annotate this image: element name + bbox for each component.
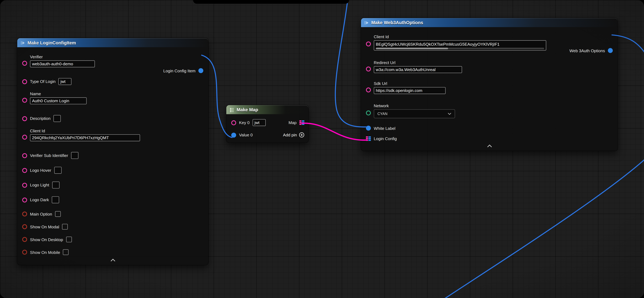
bool-pin[interactable] [22,250,27,255]
node-title: Make Web3AuthOptions [371,20,423,25]
field-label: Client Id [374,34,546,39]
collapse-node-control[interactable] [17,259,208,262]
client-id-input[interactable]: 294QRkchfq2YaXUbPri7D6PH7xzHgQMT [30,134,140,141]
login-config-item-output-pin[interactable] [198,68,204,73]
field-label: White Label [374,126,396,130]
string-pin[interactable] [231,120,236,125]
field-row-verifier: Verifier web3auth-auth0-demo [22,54,204,67]
field-row-description: Description [22,115,204,122]
string-pin[interactable] [366,42,371,46]
wire-bottom-right-diagonal[interactable] [443,158,644,298]
network-dropdown[interactable]: CYAN [374,109,455,118]
field-row-network: Network CYAN [366,104,614,118]
field-label: Logo Dark [30,198,49,202]
string-pin[interactable] [22,197,27,202]
string-pin[interactable] [366,66,371,72]
field-row-login-config: Login Config [366,136,614,141]
field-label: Redirect Url [374,60,462,65]
field-label: Verifier [30,54,95,59]
name-input[interactable]: Auth0 Custom Login [30,98,87,104]
client-id-text: BEglQSgt4cUWcj6SKRdu5QkOXTsePmMcusG5EAoy… [376,42,544,47]
string-pin[interactable] [22,182,27,188]
field-label: Show On Modal [30,224,59,229]
output-label: Login Config Item [163,68,196,73]
field-row-logo-hover: Logo Hover [22,167,204,174]
string-pin[interactable] [22,61,27,66]
show-on-modal-checkbox[interactable] [62,224,68,230]
node-make-loginconfigitem[interactable]: Make LoginConfigItem Login Config Item V… [17,38,208,265]
field-row-white-label: White Label [366,126,614,130]
make-struct-icon [20,40,25,45]
client-id-scrollbar-thumb[interactable] [376,48,448,50]
field-label: Verifier Sub Identifier [30,153,68,158]
add-pin-label: Add pin [283,133,297,137]
graph-canvas[interactable]: Make LoginConfigItem Login Config Item V… [0,0,644,298]
field-label: Show On Desktop [30,237,63,242]
field-row-client-id: Client Id 294QRkchfq2YaXUbPri7D6PH7xzHgQ… [22,128,204,141]
string-pin[interactable] [366,88,371,92]
field-label: Description [30,116,50,121]
bool-pin[interactable] [22,212,27,216]
client-id-input[interactable]: BEglQSgt4cUWcj6SKRdu5QkOXTsePmMcusG5EAoy… [374,40,546,50]
field-label: Login Config [374,136,397,141]
make-map-icon [230,108,234,112]
add-pin-button[interactable]: Add pin [283,132,304,138]
map-key-row: Key 0 jwt Map [231,119,304,126]
logo-light-input[interactable] [52,182,60,188]
add-pin-plus-icon [299,132,304,138]
output-pin-row: Web 3Auth Options [570,48,613,53]
verifier-sub-identifier-input[interactable] [71,152,78,159]
string-pin[interactable] [22,153,27,158]
node-header[interactable]: Make Web3AuthOptions [361,18,618,27]
node-header[interactable]: Make Map [226,105,308,114]
type-of-login-input[interactable]: jwt [58,78,72,85]
map-value-row: Value 0 Add pin [231,132,304,138]
key0-input[interactable]: jwt [252,119,266,126]
description-input[interactable] [54,115,61,122]
field-label: Show On Mobile [30,250,60,254]
field-row-main-option: Main Option [22,211,204,217]
field-row-redirect-url: Redirect Url w3a://com.w3a.Web3AuthUnrea… [366,60,614,73]
bool-pin[interactable] [22,237,27,242]
show-on-desktop-checkbox[interactable] [66,236,72,242]
enum-pin[interactable] [366,110,371,116]
logo-dark-input[interactable] [52,196,59,204]
key0-label: Key 0 [239,120,250,125]
wire-map-to-login-config[interactable] [302,123,367,140]
field-row-verifier-sub-identifier: Verifier Sub Identifier [22,152,204,159]
redirect-url-input[interactable]: w3a://com.w3a.Web3AuthUnreal [374,66,462,73]
string-pin[interactable] [22,168,27,173]
string-pin[interactable] [22,116,27,121]
field-label: Sdk Url [374,81,446,86]
chevron-up-icon [110,259,115,262]
field-row-type-of-login: Type Of Login jwt [22,78,204,85]
main-option-checkbox[interactable] [55,211,61,217]
screen-notch [193,0,349,4]
collapse-node-control[interactable] [361,145,618,148]
bool-pin[interactable] [22,224,27,229]
output-label: Web 3Auth Options [570,48,605,53]
verifier-input[interactable]: web3auth-auth0-demo [30,60,95,67]
string-pin[interactable] [22,135,27,140]
node-make-map[interactable]: Make Map Key 0 jwt Map [226,105,308,142]
show-on-mobile-checkbox[interactable] [63,249,69,255]
node-make-web3authoptions[interactable]: Make Web3AuthOptions Web 3Auth Options C… [361,18,618,151]
field-label: Type Of Login [30,79,56,84]
client-id-scrollbar[interactable] [376,48,544,50]
string-pin[interactable] [22,98,27,103]
value0-pin[interactable] [231,132,236,138]
web3auth-options-output-pin[interactable] [608,48,613,53]
logo-hover-input[interactable] [54,167,62,174]
field-label: Network [374,104,455,108]
sdk-url-input[interactable]: https://sdk.openlogin.com [374,87,446,94]
field-label: Logo Hover [30,168,51,172]
string-pin[interactable] [22,79,27,84]
field-row-show-on-desktop: Show On Desktop [22,236,204,242]
field-label: Main Option [30,212,52,216]
node-header[interactable]: Make LoginConfigItem [17,38,208,47]
chevron-up-icon [487,145,492,148]
field-row-logo-dark: Logo Dark [22,196,204,204]
value0-label: Value 0 [239,133,253,137]
blueprint-editor: Make LoginConfigItem Login Config Item V… [0,0,644,298]
field-row-show-on-mobile: Show On Mobile [22,249,204,255]
